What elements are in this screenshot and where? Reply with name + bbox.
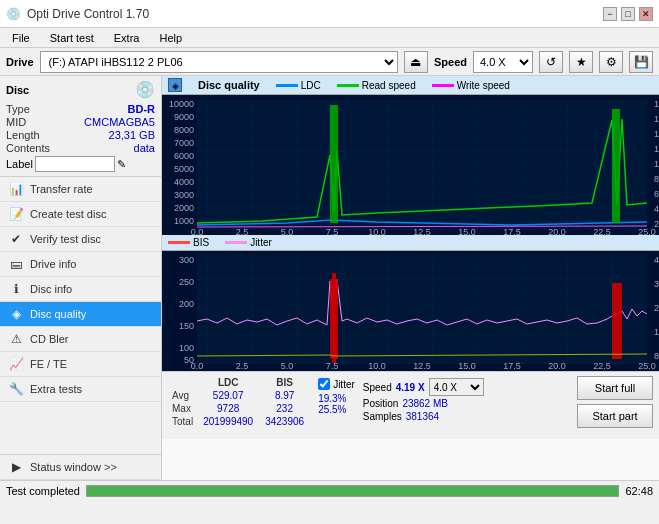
stats-max-row: Max 9728 232 [168, 402, 310, 415]
svg-text:12X: 12X [654, 144, 659, 154]
start-part-button[interactable]: Start part [577, 404, 653, 428]
svg-text:4000: 4000 [174, 177, 194, 187]
progress-bar-fill [87, 486, 618, 496]
progress-bar-container [86, 485, 619, 497]
svg-text:2000: 2000 [174, 203, 194, 213]
svg-text:15.0: 15.0 [458, 227, 476, 235]
svg-text:40%: 40% [654, 255, 659, 265]
buttons-section: Start full Start part [577, 376, 653, 428]
status-text: Test completed [6, 485, 80, 497]
svg-rect-32 [330, 105, 338, 223]
eject-button[interactable]: ⏏ [404, 51, 428, 73]
disc-mid-row: MID CMCMAGBA5 [6, 116, 155, 128]
svg-text:10.0: 10.0 [368, 227, 386, 235]
svg-text:22.5: 22.5 [593, 361, 611, 371]
sidebar-item-transfer-rate[interactable]: 📊 Transfer rate [0, 177, 161, 202]
disc-quality-icon: ◈ [8, 307, 24, 321]
sidebar-item-disc-quality[interactable]: ◈ Disc quality [0, 302, 161, 327]
svg-text:22.5: 22.5 [593, 227, 611, 235]
sidebar-item-disc-info[interactable]: ℹ Disc info [0, 277, 161, 302]
svg-text:14X: 14X [654, 129, 659, 139]
total-ldc: 201999490 [197, 415, 259, 428]
maximize-button[interactable]: □ [621, 7, 635, 21]
save-button[interactable]: 💾 [629, 51, 653, 73]
sidebar-item-drive-info[interactable]: 🖴 Drive info [0, 252, 161, 277]
col-ldc: LDC [197, 376, 259, 389]
drive-select[interactable]: (F:) ATAPI iHBS112 2 PL06 [40, 51, 398, 73]
svg-rect-59 [332, 273, 336, 363]
drive-label: Drive [6, 56, 34, 68]
sidebar-item-create-test-disc[interactable]: 📝 Create test disc [0, 202, 161, 227]
chart1-titlebar: ◈ Disc quality LDC Read speed Write spee… [162, 76, 659, 95]
sidebar-item-label: Disc info [30, 283, 72, 295]
start-full-button[interactable]: Start full [577, 376, 653, 400]
minimize-button[interactable]: − [603, 7, 617, 21]
max-bis: 232 [259, 402, 310, 415]
speed-label: Speed [434, 56, 467, 68]
settings-button[interactable]: ⚙ [599, 51, 623, 73]
speed-info: Speed 4.19 X 4.0 X Position 23862 MB Sam… [363, 376, 484, 422]
svg-text:10000: 10000 [169, 99, 194, 109]
jitter-checkbox[interactable] [318, 378, 330, 390]
chart1-svg: 10000 9000 8000 7000 6000 5000 4000 3000… [162, 95, 659, 235]
disc-panel-icon: 💿 [135, 80, 155, 99]
avg-speed: 4.19 X [396, 382, 425, 393]
legend-read-color [337, 84, 359, 87]
sidebar-item-cd-bler[interactable]: ⚠ CD Bler [0, 327, 161, 352]
sidebar-item-label: Status window >> [30, 461, 117, 473]
legend-ldc-label: LDC [301, 80, 321, 91]
fe-te-icon: 📈 [8, 357, 24, 371]
sidebar-item-label: Extra tests [30, 383, 82, 395]
close-button[interactable]: ✕ [639, 7, 653, 21]
legend-write-label: Write speed [457, 80, 510, 91]
speed-select[interactable]: 4.0 X [473, 51, 533, 73]
sidebar-item-label: FE / TE [30, 358, 67, 370]
svg-rect-33 [612, 109, 620, 223]
create-test-disc-icon: 📝 [8, 207, 24, 221]
stats-table: LDC BIS Avg 529.07 8.97 Max 9728 [168, 376, 310, 428]
menu-start-test[interactable]: Start test [46, 31, 98, 45]
svg-text:2.5: 2.5 [236, 227, 249, 235]
disc-edit-icon[interactable]: ✎ [117, 158, 126, 171]
star-button[interactable]: ★ [569, 51, 593, 73]
chart1-icon[interactable]: ◈ [168, 78, 182, 92]
menu-file[interactable]: File [8, 31, 34, 45]
svg-rect-60 [612, 283, 622, 359]
svg-text:6X: 6X [654, 189, 659, 199]
disc-contents-label: Contents [6, 142, 50, 154]
samples-value: 381364 [406, 411, 439, 422]
svg-text:100: 100 [179, 343, 194, 353]
svg-text:7000: 7000 [174, 138, 194, 148]
svg-text:300: 300 [179, 255, 194, 265]
sidebar-item-extra-tests[interactable]: 🔧 Extra tests [0, 377, 161, 402]
svg-text:5000: 5000 [174, 164, 194, 174]
disc-info-icon: ℹ [8, 282, 24, 296]
sidebar-item-label: Drive info [30, 258, 76, 270]
sidebar-item-label: Create test disc [30, 208, 106, 220]
sidebar-item-fe-te[interactable]: 📈 FE / TE [0, 352, 161, 377]
speed-select2[interactable]: 4.0 X [429, 378, 484, 396]
sidebar: Disc 💿 Type BD-R MID CMCMAGBA5 Length 23… [0, 76, 162, 480]
position-value: 23862 MB [402, 398, 448, 409]
svg-text:18X: 18X [654, 99, 659, 109]
total-bis: 3423906 [259, 415, 310, 428]
disc-label-input[interactable] [35, 156, 115, 172]
menu-help[interactable]: Help [155, 31, 186, 45]
svg-text:25.0: 25.0 [638, 361, 656, 371]
menu-extra[interactable]: Extra [110, 31, 144, 45]
sidebar-item-label: Disc quality [30, 308, 86, 320]
jitter-label: Jitter [333, 379, 355, 390]
sidebar-item-status-window[interactable]: ▶ Status window >> [0, 454, 161, 480]
refresh-button[interactable]: ↺ [539, 51, 563, 73]
title-text: Opti Drive Control 1.70 [27, 7, 149, 21]
sidebar-item-verify-test-disc[interactable]: ✔ Verify test disc [0, 227, 161, 252]
transfer-rate-icon: 📊 [8, 182, 24, 196]
stats-avg-row: Avg 529.07 8.97 [168, 389, 310, 402]
app-title: 💿 Opti Drive Control 1.70 [6, 7, 149, 21]
svg-text:16%: 16% [654, 327, 659, 337]
svg-text:5.0: 5.0 [281, 227, 294, 235]
titlebar: 💿 Opti Drive Control 1.70 − □ ✕ [0, 0, 659, 28]
avg-ldc: 529.07 [197, 389, 259, 402]
chart2-legend-jitter: Jitter [225, 237, 272, 248]
legend-write-color [432, 84, 454, 87]
